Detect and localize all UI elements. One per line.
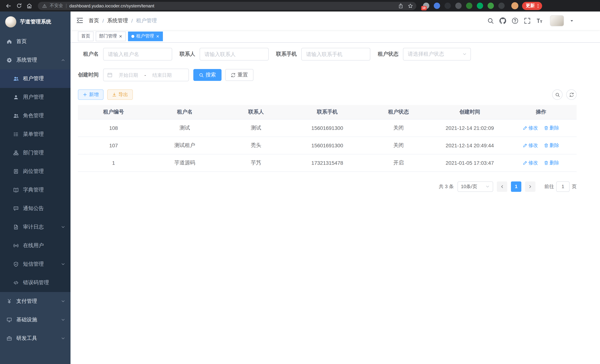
- column-header: 创建时间: [434, 105, 505, 119]
- sidebar-item-10[interactable]: 审计日志: [0, 218, 71, 236]
- sidebar-item-15[interactable]: 基础设施: [0, 311, 71, 329]
- edit-link[interactable]: 修改: [523, 142, 538, 149]
- delete-link[interactable]: 删除: [544, 124, 559, 131]
- tenant-name-input[interactable]: [103, 48, 172, 60]
- bookmark-button[interactable]: [406, 1, 415, 10]
- phone-input[interactable]: [301, 48, 370, 60]
- tags-view-bar: 首页部门管理租户管理: [71, 30, 600, 43]
- export-button[interactable]: 导出: [107, 89, 133, 100]
- start-date-input[interactable]: [115, 72, 142, 78]
- reset-button[interactable]: 重置: [225, 69, 253, 81]
- sidebar-item-12[interactable]: 短信管理: [0, 255, 71, 273]
- sidebar-item-1[interactable]: 系统管理: [0, 51, 71, 69]
- user-avatar[interactable]: [550, 15, 564, 26]
- github-icon[interactable]: [499, 18, 506, 24]
- sidebar-item-14[interactable]: 支付管理: [0, 292, 71, 311]
- sidebar-item-8[interactable]: 字典管理: [0, 181, 71, 199]
- tab-label: 首页: [81, 33, 90, 39]
- help-icon[interactable]: [512, 18, 518, 24]
- url-text[interactable]: dashboard.yudao.iocoder.cn/system/tenant: [69, 3, 154, 8]
- page-size-select[interactable]: 10条/页: [458, 181, 493, 192]
- home-icon: [26, 3, 32, 9]
- sidebar-item-11[interactable]: 在线用户: [0, 236, 71, 255]
- end-date-input[interactable]: [148, 72, 176, 78]
- back-button[interactable]: [4, 1, 13, 10]
- extension-icon[interactable]: [488, 3, 494, 9]
- delete-icon: [544, 143, 548, 148]
- sidebar-item-4[interactable]: 角色管理: [0, 106, 71, 125]
- extension-icon[interactable]: [498, 3, 505, 9]
- sidebar-item-label: 系统管理: [16, 57, 37, 64]
- tab-1[interactable]: 部门管理: [96, 31, 126, 41]
- share-button[interactable]: [396, 1, 405, 10]
- sidebar-logo[interactable]: 芋道管理系统: [0, 11, 71, 32]
- sidebar-item-3[interactable]: 用户管理: [0, 88, 71, 106]
- tenant-status-select[interactable]: 请选择租户状态: [403, 48, 471, 60]
- online-icon: [13, 243, 19, 248]
- share-icon: [398, 3, 403, 8]
- sidebar-item-6[interactable]: 部门管理: [0, 144, 71, 162]
- prev-page-button[interactable]: [497, 181, 507, 192]
- phone-field: 联系手机: [276, 48, 370, 60]
- reload-button[interactable]: [14, 1, 24, 10]
- sidebar-item-0[interactable]: 首页: [0, 32, 71, 51]
- fullscreen-icon[interactable]: [524, 18, 531, 24]
- address-bar[interactable]: 不安全 dashboard.yudao.iocoder.cn/system/te…: [38, 2, 416, 10]
- sidebar-item-16[interactable]: 研发工具: [0, 329, 71, 348]
- chevron-down-icon: [61, 225, 65, 229]
- edit-link[interactable]: 修改: [523, 159, 538, 166]
- add-button[interactable]: 新增: [78, 89, 103, 100]
- create-time-field: 创建时间 -: [78, 69, 189, 81]
- goto-page-input[interactable]: [556, 181, 570, 192]
- delete-link[interactable]: 删除: [544, 142, 559, 149]
- search-icon[interactable]: [487, 18, 494, 24]
- update-button[interactable]: 更新: [522, 2, 542, 10]
- browser-home-button[interactable]: [25, 1, 34, 10]
- toggle-search-button[interactable]: [552, 89, 562, 100]
- security-label[interactable]: 不安全: [50, 3, 63, 9]
- date-range-separator: -: [144, 72, 146, 78]
- back-icon: [6, 3, 11, 9]
- search-button[interactable]: 搜索: [193, 69, 222, 81]
- sidebar-item-label: 角色管理: [23, 112, 44, 119]
- sidebar-item-9[interactable]: 通知公告: [0, 199, 71, 218]
- tab-2[interactable]: 租户管理: [128, 31, 163, 41]
- contact-input[interactable]: [200, 48, 269, 60]
- chevron-up-icon: [61, 58, 65, 62]
- goto-label: 前往: [544, 183, 554, 190]
- app-frame: 芋道管理系统 首页系统管理租户管理用户管理角色管理菜单管理部门管理岗位管理字典管…: [0, 11, 600, 364]
- extension-icon[interactable]: [455, 3, 462, 9]
- sidebar-item-5[interactable]: 菜单管理: [0, 125, 71, 144]
- close-icon: [119, 34, 122, 38]
- extension-icon[interactable]: 10: [423, 3, 429, 9]
- refresh-table-button[interactable]: [566, 89, 577, 100]
- warning-icon: [42, 3, 47, 8]
- extension-icon[interactable]: [445, 3, 451, 9]
- extension-icon[interactable]: [477, 3, 483, 9]
- sidebar-item-7[interactable]: 岗位管理: [0, 162, 71, 181]
- delete-link[interactable]: 删除: [544, 159, 559, 166]
- breadcrumb-item[interactable]: 首页: [89, 18, 99, 24]
- caret-down-icon[interactable]: [570, 19, 574, 23]
- page-unit-label: 页: [572, 183, 577, 190]
- refresh-icon: [569, 92, 574, 97]
- sidebar-item-2[interactable]: 租户管理: [0, 69, 71, 88]
- breadcrumb-item[interactable]: 系统管理: [107, 18, 128, 24]
- tab-0[interactable]: 首页: [78, 31, 94, 41]
- sidebar-item-label: 部门管理: [23, 149, 44, 156]
- sidebar-item-label: 审计日志: [23, 224, 44, 230]
- sidebar-item-13[interactable]: 错误码管理: [0, 273, 71, 292]
- edit-link[interactable]: 修改: [523, 124, 538, 131]
- extension-icon[interactable]: [434, 3, 440, 9]
- page-number-button[interactable]: 1: [511, 181, 521, 192]
- next-page-button[interactable]: [525, 181, 535, 192]
- font-size-icon[interactable]: [536, 18, 543, 24]
- extension-icon[interactable]: [466, 3, 472, 9]
- table-body: 108测试测试15601691300关闭2021-12-14 21:02:09修…: [78, 119, 577, 171]
- refresh-icon: [231, 73, 236, 77]
- create-time-range-picker[interactable]: -: [103, 69, 189, 81]
- top-navbar: 首页/系统管理/租户管理: [71, 11, 600, 30]
- browser-profile-avatar[interactable]: [511, 2, 518, 9]
- dict-icon: [13, 187, 19, 193]
- sidebar-toggle-button[interactable]: [76, 17, 84, 25]
